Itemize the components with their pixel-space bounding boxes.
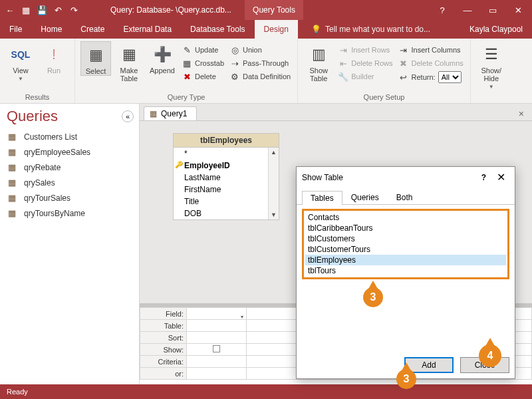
- nav-header[interactable]: Queries: [7, 108, 122, 125]
- field-item[interactable]: FirstName: [174, 184, 268, 196]
- user-name[interactable]: Kayla Claypool: [460, 20, 532, 39]
- field-item[interactable]: LastName: [174, 172, 268, 184]
- window-title: Query: Database- \Query.acc.db...: [84, 5, 238, 15]
- show-hide-icon: ☰: [481, 44, 502, 65]
- navigation-pane: Queries « ▦Customers List ▦qryEmployeeSa…: [0, 104, 140, 384]
- dialog-tab-queries[interactable]: Queries: [342, 190, 388, 204]
- grid-cell[interactable]: [187, 356, 247, 368]
- app-icon: ▦: [19, 3, 33, 17]
- sql-view-icon: SQL: [10, 44, 31, 65]
- tell-me-search[interactable]: 💡 Tell me what you want to do...: [298, 20, 460, 39]
- delete-rows-button[interactable]: ⇤Delete Rows: [336, 57, 394, 69]
- delete-rows-icon: ⇤: [338, 58, 348, 68]
- help-button[interactable]: ?: [431, 2, 454, 18]
- dialog-tab-both[interactable]: Both: [388, 190, 422, 204]
- field-item[interactable]: Title: [174, 196, 268, 207]
- table-title: tblEmployees: [174, 134, 279, 148]
- return-select[interactable]: All: [438, 71, 462, 83]
- dialog-table-list[interactable]: Contacts tblCaribbeanTours tblCustomers …: [302, 209, 509, 279]
- save-icon[interactable]: 💾: [35, 3, 49, 17]
- redo-icon[interactable]: ↷: [66, 3, 81, 17]
- crosstab-icon: ▦: [182, 58, 192, 68]
- append-button[interactable]: ➕ Append: [147, 41, 178, 74]
- update-icon: ✎: [182, 45, 192, 55]
- insert-rows-icon: ⇥: [338, 45, 348, 55]
- list-item[interactable]: tblEmployees: [305, 255, 506, 265]
- make-table-button[interactable]: ▦ Make Table: [114, 41, 144, 82]
- union-button[interactable]: ◎Union: [228, 44, 292, 56]
- pass-through-button[interactable]: ⇢Pass-Through: [228, 57, 292, 69]
- append-icon: ➕: [152, 44, 173, 65]
- menu-design[interactable]: Design: [255, 20, 298, 39]
- list-item[interactable]: Contacts: [305, 212, 506, 223]
- list-item[interactable]: tblTours: [305, 265, 506, 276]
- insert-rows-button[interactable]: ⇥Insert Rows: [336, 44, 394, 56]
- builder-button[interactable]: 🔧Builder: [336, 70, 394, 82]
- insert-columns-button[interactable]: ⇥Insert Columns: [397, 44, 465, 56]
- scroll-down-icon[interactable]: ▼: [269, 210, 279, 219]
- restore-button[interactable]: ▭: [481, 2, 504, 18]
- grid-cell[interactable]: [187, 332, 247, 344]
- crosstab-button[interactable]: ▦Crosstab: [180, 57, 225, 69]
- group-label-query-type: Query Type: [80, 92, 292, 103]
- grid-cell[interactable]: [187, 344, 247, 356]
- delete-columns-button[interactable]: ✖Delete Columns: [397, 57, 465, 69]
- nav-item[interactable]: ▦qryRebate: [0, 160, 139, 175]
- nav-item[interactable]: ▦qrySales: [0, 175, 139, 190]
- menu-external-data[interactable]: External Data: [114, 20, 181, 39]
- grid-cell[interactable]: ▾: [187, 308, 247, 320]
- dialog-tab-tables[interactable]: Tables: [302, 191, 342, 205]
- menu-database-tools[interactable]: Database Tools: [181, 20, 255, 39]
- field-item[interactable]: *: [174, 148, 268, 160]
- close-tab-button[interactable]: ×: [515, 107, 528, 120]
- show-table-button[interactable]: ▥ Show Table: [303, 41, 334, 82]
- list-item[interactable]: tblCustomers: [305, 233, 506, 244]
- delete-query-button[interactable]: ✖Delete: [180, 70, 225, 82]
- union-icon: ◎: [229, 45, 240, 55]
- field-item[interactable]: EmployeeID: [174, 160, 268, 172]
- collapse-nav-button[interactable]: «: [122, 110, 134, 122]
- delete-icon: ✖: [182, 71, 192, 82]
- bulb-icon: 💡: [311, 25, 321, 34]
- dialog-help-button[interactable]: ?: [475, 173, 493, 182]
- scroll-up-icon[interactable]: ▲: [269, 148, 279, 157]
- back-icon[interactable]: ←: [3, 3, 17, 17]
- document-tab[interactable]: ▦ Query1: [144, 106, 197, 120]
- query-icon: ▦: [8, 178, 19, 188]
- show-hide-button[interactable]: ☰ Show/ Hide ▼: [476, 41, 507, 90]
- list-item[interactable]: tblCaribbeanTours: [305, 223, 506, 233]
- data-definition-button[interactable]: ⚙Data Definition: [228, 70, 292, 82]
- show-checkbox[interactable]: [213, 345, 220, 352]
- grid-cell[interactable]: [187, 368, 247, 380]
- close-window-button[interactable]: ✕: [507, 2, 529, 18]
- view-button[interactable]: SQL View ▼: [5, 41, 36, 82]
- nav-item[interactable]: ▦qryEmployeeSales: [0, 144, 139, 160]
- dialog-close-button[interactable]: ✕: [493, 171, 509, 184]
- menu-create[interactable]: Create: [71, 20, 114, 39]
- make-table-icon: ▦: [118, 44, 140, 65]
- delete-cols-icon: ✖: [398, 58, 409, 68]
- nav-item[interactable]: ▦Customers List: [0, 129, 139, 144]
- grid-cell[interactable]: [187, 320, 247, 332]
- ribbon: SQL View ▼ ! Run Results ▦ Select ▦ Make…: [0, 39, 532, 104]
- update-button[interactable]: ✎Update: [180, 44, 225, 56]
- undo-icon[interactable]: ↶: [51, 3, 65, 17]
- builder-icon: 🔧: [338, 71, 348, 82]
- table-fieldlist[interactable]: tblEmployees * EmployeeID LastName First…: [173, 133, 279, 220]
- query-icon: ▦: [8, 162, 19, 172]
- field-item[interactable]: DOB: [174, 207, 268, 219]
- chevron-down-icon: ▼: [18, 76, 23, 82]
- group-label-results: Results: [5, 92, 69, 103]
- menu-home[interactable]: Home: [31, 20, 71, 39]
- run-button[interactable]: ! Run: [39, 41, 69, 74]
- minimize-button[interactable]: —: [456, 2, 479, 18]
- menu-file[interactable]: File: [0, 20, 31, 39]
- nav-item[interactable]: ▦qryToursByName: [0, 205, 139, 221]
- list-item[interactable]: tblCustomerTours: [305, 244, 506, 255]
- contextual-tab-label: Query Tools: [245, 0, 303, 20]
- query-icon: ▦: [8, 208, 19, 218]
- return-row: ↩ Return: All: [397, 70, 465, 84]
- select-query-button[interactable]: ▦ Select: [80, 41, 111, 76]
- fieldlist-scrollbar[interactable]: ▲ ▼: [268, 148, 279, 219]
- nav-item[interactable]: ▦qryTourSales: [0, 190, 139, 205]
